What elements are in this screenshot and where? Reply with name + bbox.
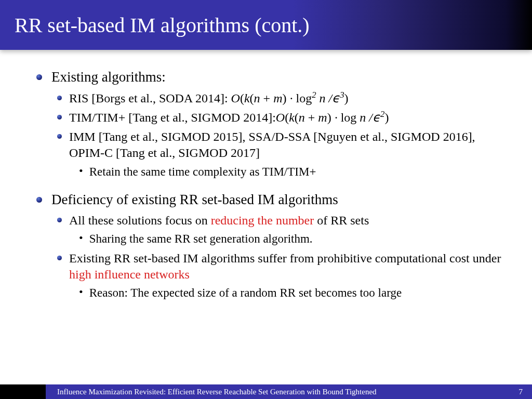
- bullet-icon: [36, 197, 42, 203]
- bullet-icon: •: [79, 164, 83, 179]
- item-text: RIS [Borgs et al., SODA 2014]: O(k(n + m…: [69, 90, 349, 107]
- section-heading: Existing algorithms:: [51, 69, 166, 86]
- bullet-icon: [57, 134, 62, 139]
- bullet-icon: [36, 74, 42, 80]
- section-existing: Existing algorithms: RIS [Borgs et al., …: [36, 69, 507, 180]
- item-text: All these solutions focus on reducing th…: [69, 212, 369, 229]
- item-text: TIM/TIM+ [Tang et al., SIGMOD 2014]:O(k(…: [69, 110, 389, 126]
- item-text: Existing RR set-based IM algorithms suff…: [69, 250, 507, 283]
- section-deficiency: Deficiency of existing RR set-based IM a…: [36, 191, 507, 301]
- footer-accent: [0, 384, 46, 399]
- bullet-icon: •: [79, 231, 83, 246]
- item-text: Reason: The expected size of a random RR…: [89, 285, 402, 301]
- item-text: Retain the same time complexity as TIM/T…: [89, 164, 316, 180]
- list-item: • Sharing the same RR set generation alg…: [79, 231, 507, 247]
- footer-title: Influence Maximization Revisited: Effici…: [57, 388, 377, 396]
- page-number: 7: [519, 388, 523, 396]
- footer: Influence Maximization Revisited: Effici…: [0, 384, 532, 399]
- list-item: RIS [Borgs et al., SODA 2014]: O(k(n + m…: [57, 90, 507, 107]
- bullet-icon: [57, 96, 62, 100]
- item-text: IMM [Tang et al., SIGMOD 2015], SSA/D-SS…: [69, 129, 507, 161]
- list-item: IMM [Tang et al., SIGMOD 2015], SSA/D-SS…: [57, 129, 507, 179]
- section-heading: Deficiency of existing RR set-based IM a…: [51, 191, 338, 209]
- sub-sub-list: • Reason: The expected size of a random …: [79, 285, 507, 301]
- bullet-icon: [57, 218, 62, 222]
- bullet-icon: [57, 256, 62, 260]
- bullet-list: Existing algorithms: RIS [Borgs et al., …: [36, 69, 507, 301]
- list-item: All these solutions focus on reducing th…: [57, 212, 507, 247]
- sub-sub-list: • Sharing the same RR set generation alg…: [79, 231, 507, 247]
- sub-list: All these solutions focus on reducing th…: [57, 212, 507, 301]
- content-area: Existing algorithms: RIS [Borgs et al., …: [0, 50, 532, 301]
- sub-sub-list: • Retain the same time complexity as TIM…: [79, 164, 507, 180]
- list-item: Existing RR set-based IM algorithms suff…: [57, 250, 507, 301]
- sub-list: RIS [Borgs et al., SODA 2014]: O(k(n + m…: [57, 90, 507, 180]
- list-item: TIM/TIM+ [Tang et al., SIGMOD 2014]:O(k(…: [57, 110, 507, 126]
- footer-bar: Influence Maximization Revisited: Effici…: [46, 384, 532, 399]
- title-bar: RR set-based IM algorithms (cont.): [0, 0, 532, 50]
- slide: RR set-based IM algorithms (cont.) Exist…: [0, 0, 532, 399]
- bullet-icon: •: [79, 285, 83, 300]
- bullet-icon: [57, 115, 62, 119]
- item-text: Sharing the same RR set generation algor…: [89, 231, 313, 247]
- slide-title: RR set-based IM algorithms (cont.): [15, 13, 310, 37]
- list-item: • Reason: The expected size of a random …: [79, 285, 507, 301]
- list-item: • Retain the same time complexity as TIM…: [79, 164, 507, 180]
